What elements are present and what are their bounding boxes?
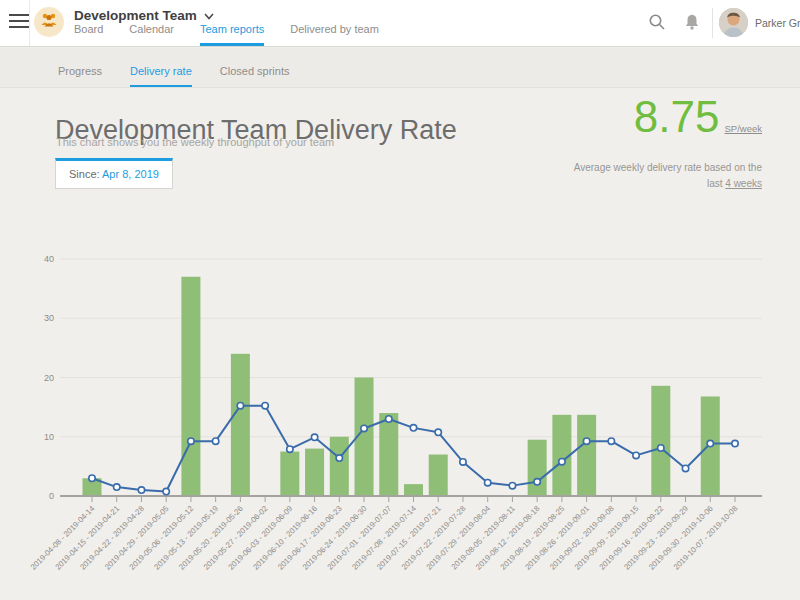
hamburger-menu-icon[interactable] [9, 14, 29, 30]
tab-board[interactable]: Board [74, 23, 103, 46]
stat-unit-link[interactable]: SP/week [725, 123, 763, 134]
header-nav: Board Calendar Team reports Delivered by… [74, 23, 379, 46]
tab-team-reports[interactable]: Team reports [200, 23, 264, 46]
user-photo-icon [719, 8, 748, 37]
svg-text:40: 40 [44, 254, 54, 264]
notifications-bell-icon[interactable] [683, 13, 703, 33]
stat-value: 8.75 [634, 92, 720, 142]
since-date-filter[interactable]: Since: Apr 8, 2019 [55, 158, 173, 189]
search-icon[interactable] [648, 13, 668, 33]
header-divider [29, 0, 30, 46]
user-avatar[interactable] [719, 8, 748, 37]
stat-description: Average weekly delivery rate based on th… [562, 160, 762, 191]
team-people-icon [39, 11, 59, 33]
header-divider-right [712, 8, 713, 38]
page-subtitle: This chart shows you the weekly throughp… [56, 136, 334, 148]
subtab-closed-sprints[interactable]: Closed sprints [220, 65, 290, 87]
subtab-progress[interactable]: Progress [58, 65, 102, 87]
svg-text:30: 30 [44, 313, 54, 323]
four-weeks-link[interactable]: 4 weeks [725, 178, 762, 189]
svg-text:0: 0 [49, 491, 54, 501]
tab-delivered-by-team[interactable]: Delivered by team [290, 23, 379, 46]
subtab-delivery-rate[interactable]: Delivery rate [130, 65, 192, 87]
delivery-rate-chart[interactable]: 0102030402019-04-08 - 2019-04-142019-04-… [30, 243, 790, 600]
since-date-value[interactable]: Apr 8, 2019 [102, 168, 159, 180]
delivery-rate-stat: 8.75 SP/week [634, 92, 762, 142]
report-subnav: Progress Delivery rate Closed sprints [0, 48, 800, 88]
svg-text:10: 10 [44, 432, 54, 442]
top-header: Development Team Board Calendar Team rep… [0, 0, 800, 47]
delivery-rate-chart-svg[interactable]: 0102030402019-04-08 - 2019-04-142019-04-… [30, 243, 790, 600]
chevron-down-icon [204, 8, 214, 23]
since-label: Since: [69, 168, 100, 180]
tab-calendar[interactable]: Calendar [129, 23, 174, 46]
team-name: Development Team [74, 8, 197, 23]
svg-text:20: 20 [44, 373, 54, 383]
team-selector[interactable]: Development Team [74, 8, 214, 23]
user-name: Parker Greer [755, 17, 800, 29]
team-avatar[interactable] [34, 7, 64, 37]
